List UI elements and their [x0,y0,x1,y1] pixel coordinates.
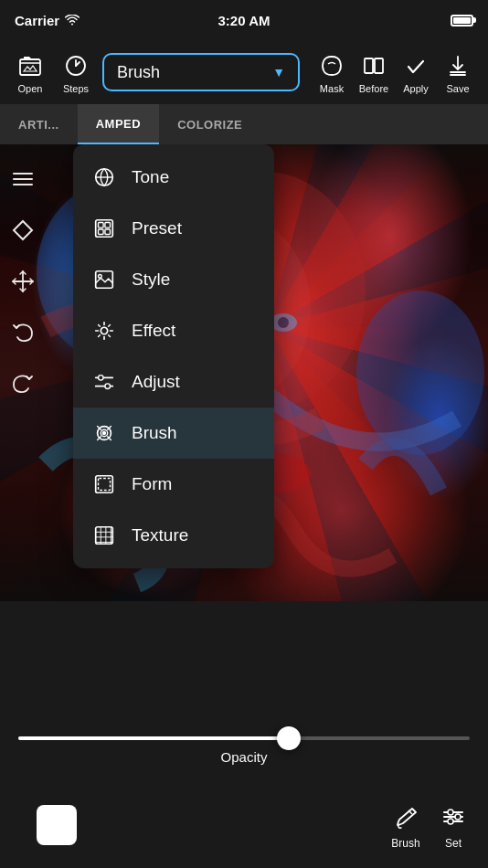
apply-icon [401,51,430,80]
bottom-section: Opacity Brush [0,722,488,868]
dropdown-item-tone[interactable]: Tone [73,152,274,203]
svg-rect-0 [20,59,40,75]
svg-line-33 [109,325,111,327]
opacity-slider-track[interactable] [18,736,470,740]
set-tool-button[interactable]: Set [437,800,470,850]
status-bar: Carrier 3:20 AM [0,0,488,40]
main-image-area: Tone Preset [0,144,488,601]
brush-tool-button[interactable]: Brush [389,800,422,850]
open-label: Open [18,83,43,94]
dropdown-item-texture[interactable]: Texture [73,510,274,561]
set-tool-icon [437,800,470,833]
battery-icon [451,15,473,26]
adjust-icon [91,369,117,395]
style-label: Style [132,270,170,290]
texture-icon [91,523,117,548]
left-sidebar [0,144,46,601]
save-label: Save [446,83,469,94]
texture-label: Texture [132,525,188,545]
preset-icon [91,216,117,241]
brush-dropdown-label: Brush [117,63,160,82]
form-label: Form [132,474,172,494]
dropdown-item-effect[interactable]: Effect [73,305,274,356]
svg-rect-48 [96,527,113,545]
preset-label: Preset [132,218,182,238]
save-button[interactable]: Save [439,51,477,94]
brush-menu-label: Brush [132,423,177,443]
svg-rect-20 [99,223,104,228]
wifi-icon [65,15,80,26]
tab-artistic[interactable]: ARTI... [0,104,78,144]
tab-amped[interactable]: AMPED [78,104,159,144]
svg-point-25 [99,274,102,278]
color-swatch[interactable] [37,805,77,845]
time-display: 3:20 AM [218,13,271,28]
set-tool-label: Set [445,837,461,850]
svg-rect-2 [365,58,373,73]
opacity-slider-container: Opacity [18,736,470,765]
steps-label: Steps [63,83,89,94]
svg-rect-47 [99,479,111,491]
svg-point-59 [448,810,453,815]
menu-icon[interactable] [6,163,39,196]
dropdown-item-adjust[interactable]: Adjust [73,356,274,408]
open-icon [16,51,45,80]
svg-rect-21 [105,223,111,228]
brush-tool-icon [389,800,422,833]
svg-point-38 [105,384,111,389]
brush-dropdown[interactable]: Brush ▼ [102,53,300,91]
move-icon[interactable] [6,265,39,298]
bottom-toolbar: Brush Set [18,800,470,850]
svg-line-32 [109,335,111,337]
carrier-info: Carrier [15,13,80,28]
svg-rect-3 [375,58,383,73]
before-icon [359,51,388,80]
before-label: Before [359,83,388,94]
chevron-down-icon: ▼ [272,65,285,79]
tabs-bar: ARTI... AMPED COLORIZE [0,104,488,144]
status-right [451,15,473,26]
mask-icon [317,51,346,80]
tone-label: Tone [132,167,169,187]
svg-point-26 [101,327,107,333]
svg-rect-23 [105,229,111,235]
brush-tool-label: Brush [391,837,419,850]
undo-icon[interactable] [6,316,39,349]
dropdown-item-style[interactable]: Style [73,254,274,305]
dropdown-item-preset[interactable]: Preset [73,203,274,254]
adjust-label: Adjust [132,372,180,392]
tab-colorize[interactable]: COLORIZE [159,104,260,144]
svg-rect-22 [99,229,104,235]
dropdown-item-form[interactable]: Form [73,459,274,510]
steps-icon [61,51,90,80]
save-icon [443,51,472,80]
brush-dropdown-menu: Tone Preset [73,144,274,568]
svg-line-34 [99,335,101,337]
brush-menu-icon [91,420,117,446]
slider-thumb[interactable] [277,726,301,750]
svg-point-41 [103,432,106,435]
slider-fill [18,736,289,740]
svg-point-60 [455,814,461,820]
apply-button[interactable]: Apply [397,51,435,94]
svg-line-31 [99,325,101,327]
mask-button[interactable]: Mask [313,51,351,94]
main-toolbar: Open Steps Brush ▼ Mask [0,40,488,104]
before-button[interactable]: Before [355,51,393,94]
svg-point-11 [278,317,289,328]
dropdown-item-brush[interactable]: Brush [73,408,274,459]
effect-icon [91,318,117,344]
diamond-icon[interactable] [6,214,39,247]
steps-button[interactable]: Steps [57,51,95,94]
opacity-label: Opacity [221,749,268,765]
apply-label: Apply [403,83,429,94]
redo-icon[interactable] [6,367,39,400]
form-icon [91,471,117,497]
tone-icon [91,164,117,190]
svg-point-37 [99,376,104,381]
open-button[interactable]: Open [11,51,49,94]
effect-label: Effect [132,321,175,341]
toolbar-right-group: Mask Before Apply [313,51,477,94]
mask-label: Mask [320,83,344,94]
svg-point-61 [448,819,453,824]
